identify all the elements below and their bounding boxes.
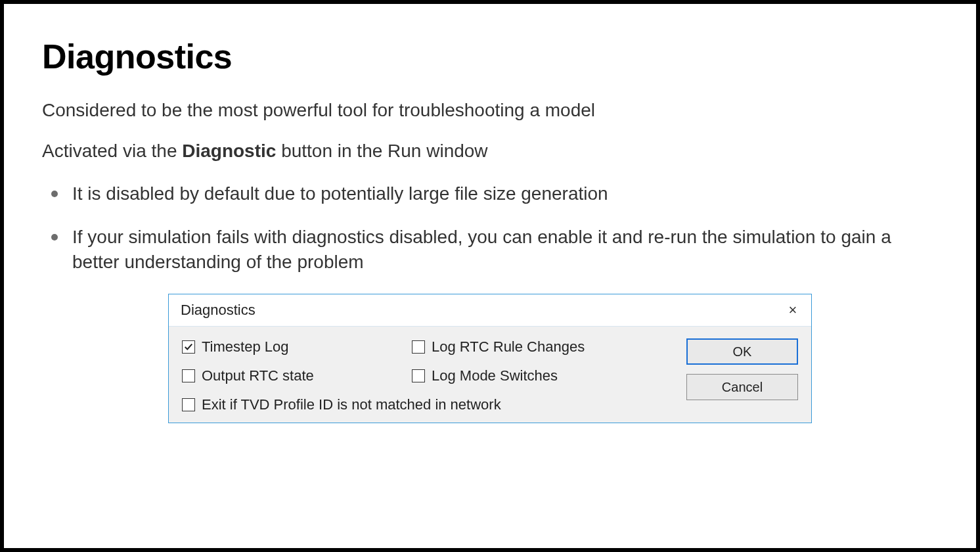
dialog-body: Timestep Log Output RTC state L: [169, 326, 811, 423]
bullet-list: It is disabled by default due to potenti…: [42, 181, 938, 274]
checkbox-exit-tvd-mismatch[interactable]: Exit if TVD Profile ID is not matched in…: [182, 396, 673, 413]
intro-line-2-post: button in the Run window: [276, 141, 487, 161]
checkbox-label: Timestep Log: [202, 338, 288, 356]
checkbox-box-icon: [182, 369, 195, 382]
intro-line-2: Activated via the Diagnostic button in t…: [42, 141, 938, 162]
checkbox-box-icon: [412, 340, 425, 354]
checkbox-timestep-log[interactable]: Timestep Log: [182, 338, 366, 356]
checkbox-full-row: Exit if TVD Profile ID is not matched in…: [182, 396, 673, 413]
intro-line-2-bold: Diagnostic: [182, 141, 276, 161]
checkbox-box-icon: [412, 369, 425, 382]
intro-line-1: Considered to be the most powerful tool …: [42, 100, 938, 121]
checkbox-log-rtc-rule-changes[interactable]: Log RTC Rule Changes: [412, 338, 596, 356]
checkbox-box-icon: [182, 398, 195, 411]
diagnostics-dialog: Diagnostics × Timestep Log O: [168, 294, 812, 423]
cancel-button[interactable]: Cancel: [686, 374, 798, 400]
bullet-item: It is disabled by default due to potenti…: [68, 181, 938, 206]
dialog-title-text: Diagnostics: [181, 302, 256, 319]
checkmark-icon: [184, 342, 193, 352]
checkbox-col-right: Log RTC Rule Changes Log Mode Switches: [412, 338, 596, 384]
checkbox-label: Log Mode Switches: [432, 367, 558, 384]
slide-container: Diagnostics Considered to be the most po…: [0, 0, 980, 552]
checkbox-label: Log RTC Rule Changes: [432, 338, 585, 356]
checkbox-col-left: Timestep Log Output RTC state: [182, 338, 366, 384]
dialog-titlebar: Diagnostics ×: [169, 294, 811, 326]
bullet-item: If your simulation fails with diagnostic…: [68, 225, 938, 275]
checkbox-box-icon: [182, 340, 195, 354]
checkbox-area: Timestep Log Output RTC state L: [182, 338, 673, 413]
close-icon[interactable]: ×: [784, 301, 802, 319]
checkbox-label: Exit if TVD Profile ID is not matched in…: [202, 396, 501, 413]
ok-button[interactable]: OK: [686, 338, 798, 365]
intro-line-2-pre: Activated via the: [42, 141, 182, 161]
checkbox-label: Output RTC state: [202, 367, 314, 384]
checkbox-output-rtc-state[interactable]: Output RTC state: [182, 367, 366, 384]
dialog-button-column: OK Cancel: [686, 338, 798, 413]
checkbox-log-mode-switches[interactable]: Log Mode Switches: [412, 367, 596, 384]
page-title: Diagnostics: [42, 37, 938, 76]
